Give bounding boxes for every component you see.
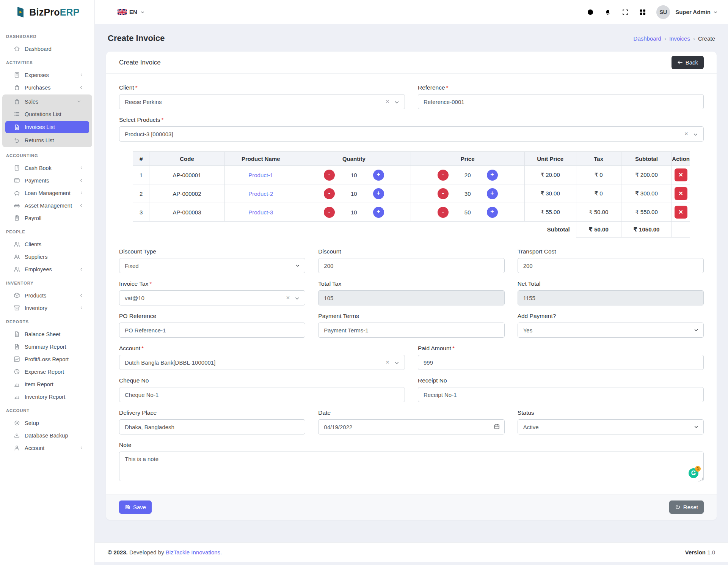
sidebar-item-employees[interactable]: Employees (0, 263, 94, 275)
quantity-decrease-button[interactable]: - (324, 170, 335, 181)
po-reference-input[interactable] (119, 323, 305, 338)
menu-toggle-icon[interactable] (102, 8, 109, 16)
sidebar-item-item-report[interactable]: Item Report (0, 378, 94, 390)
apps-grid-icon[interactable] (639, 8, 646, 16)
cheque-no-label: Cheque No (119, 377, 405, 384)
product-link[interactable]: Product-3 (248, 209, 273, 216)
sidebar-item-account[interactable]: Account (0, 442, 94, 454)
delivery-place-label: Delivery Place (119, 409, 305, 416)
sidebar-item-suppliers[interactable]: Suppliers (0, 250, 94, 263)
sidebar-item-expenses[interactable]: Expenses (0, 69, 94, 81)
invoice-tax-select[interactable]: vat@10 × (119, 290, 305, 305)
receipt-no-input[interactable] (418, 387, 704, 402)
calendar-icon[interactable] (494, 423, 500, 430)
price-increase-button[interactable]: + (487, 188, 498, 199)
delivery-place-input[interactable] (119, 419, 305, 434)
clear-icon[interactable]: × (286, 294, 290, 302)
piggy-bank-icon (14, 190, 20, 196)
brand-logo[interactable]: BizProERP (0, 0, 94, 24)
topbar: EN SU Super Admin (95, 0, 728, 24)
sidebar: BizProERP DASHBOARD Dashboard ACTIVITIES… (0, 0, 95, 565)
quantity-increase-button[interactable]: + (373, 207, 384, 218)
save-button[interactable]: Save (119, 500, 152, 514)
sidebar-item-inventory[interactable]: Inventory (0, 302, 94, 314)
paid-amount-input[interactable] (418, 355, 704, 370)
sidebar-item-setup[interactable]: Setup (0, 417, 94, 429)
sidebar-item-expense-report[interactable]: Expense Report (0, 365, 94, 378)
quantity-decrease-button[interactable]: - (324, 188, 335, 199)
list-icon (14, 111, 20, 117)
sidebar-item-cash-book[interactable]: Cash Book (0, 162, 94, 174)
sidebar-item-clients[interactable]: Clients (0, 238, 94, 250)
table-row: 3 AP-000003 Product-3 - 10 + (133, 203, 690, 222)
clear-icon[interactable]: × (684, 130, 688, 138)
breadcrumb-dashboard[interactable]: Dashboard (634, 35, 661, 42)
sofa-icon (14, 202, 20, 209)
quantity-increase-button[interactable]: + (373, 170, 384, 181)
card-body: Client* Reese Perkins × Reference* (106, 74, 717, 494)
avatar[interactable]: SU (656, 5, 670, 19)
price-decrease-button[interactable]: - (438, 207, 449, 218)
discount-input[interactable] (318, 258, 504, 273)
sidebar-item-dashboard[interactable]: Dashboard (0, 42, 94, 55)
fullscreen-icon[interactable] (621, 8, 629, 16)
note-label: Note (119, 442, 704, 449)
discount-label: Discount (318, 248, 504, 255)
select-products-select[interactable]: Product-3 [000003] × (119, 126, 704, 142)
back-button[interactable]: Back (672, 56, 704, 69)
chevron-left-icon (79, 293, 84, 298)
language-selector[interactable]: EN (118, 9, 145, 15)
developer-link[interactable]: BizTackle Innovations. (166, 549, 222, 556)
breadcrumb-invoices[interactable]: Invoices (669, 35, 690, 42)
account-select[interactable]: Dutch Bangla Bank[DBBL-1000001] × (119, 355, 405, 370)
remove-row-button[interactable]: ✕ (675, 168, 687, 181)
sidebar-item-database-backup[interactable]: Database Backup (0, 429, 94, 442)
remove-row-button[interactable]: ✕ (675, 206, 687, 219)
clear-icon[interactable]: × (386, 98, 389, 105)
price-decrease-button[interactable]: - (438, 188, 449, 199)
sidebar-item-payments[interactable]: Payments (0, 174, 94, 187)
sidebar-item-invoices-list[interactable]: Invoices List (5, 121, 89, 133)
price-increase-button[interactable]: + (487, 207, 498, 218)
plus-circle-icon[interactable] (587, 8, 594, 16)
note-textarea[interactable]: This is a note (119, 452, 704, 481)
unit-price-cell: ₹ 20.00 (524, 166, 576, 184)
sidebar-item-asset-management[interactable]: Asset Management (0, 199, 94, 212)
subtotal-label: Subtotal (133, 222, 576, 238)
sidebar-item-balance-sheet[interactable]: Balance Sheet (0, 328, 94, 340)
sidebar-item-sales[interactable]: Sales (2, 95, 92, 108)
remove-row-button[interactable]: ✕ (675, 187, 687, 200)
price-decrease-button[interactable]: - (438, 170, 449, 181)
date-input[interactable] (318, 419, 504, 434)
total-tax-input (318, 290, 504, 305)
add-payment-select[interactable]: Yes (518, 323, 704, 338)
transport-cost-input[interactable] (518, 258, 704, 273)
discount-type-select[interactable]: Fixed (119, 258, 305, 273)
sidebar-item-purchases[interactable]: Purchases (0, 81, 94, 94)
clear-icon[interactable]: × (386, 359, 389, 366)
client-select[interactable]: Reese Perkins × (119, 94, 405, 109)
product-link[interactable]: Product-2 (248, 190, 273, 197)
sidebar-item-loan-management[interactable]: Loan Management (0, 187, 94, 199)
quantity-decrease-button[interactable]: - (324, 207, 335, 218)
cheque-no-input[interactable] (119, 387, 405, 402)
sidebar-item-quotations-list[interactable]: Quotations List (2, 108, 92, 120)
sidebar-item-returns-list[interactable]: Returns List (2, 134, 92, 146)
sidebar-item-profit-loss-report[interactable]: Profit/Loss Report (0, 353, 94, 365)
payment-terms-input[interactable] (318, 323, 504, 338)
sidebar-item-inventory-report[interactable]: Inventory Report (0, 390, 94, 403)
grammarly-icon[interactable]: G 1 (689, 468, 698, 478)
reset-button[interactable]: Reset (669, 500, 704, 514)
sidebar-item-products[interactable]: Products (0, 289, 94, 302)
sidebar-item-summary-report[interactable]: Summary Report (0, 340, 94, 353)
product-link[interactable]: Product-1 (248, 172, 273, 178)
quantity-increase-button[interactable]: + (373, 188, 384, 199)
bell-icon[interactable] (604, 8, 612, 16)
user-menu[interactable]: Super Admin (675, 9, 718, 15)
price-increase-button[interactable]: + (487, 170, 498, 181)
sidebar-item-payroll[interactable]: Payroll (0, 212, 94, 224)
tax-cell: ₹ 50.00 (576, 203, 621, 222)
shopping-bag-icon (14, 98, 20, 105)
reference-input[interactable] (418, 94, 704, 109)
status-select[interactable]: Active (518, 419, 704, 434)
